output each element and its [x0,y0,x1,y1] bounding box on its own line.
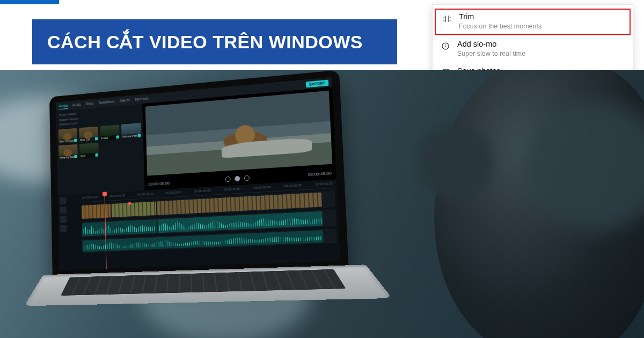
next-button[interactable] [244,175,250,181]
laptop: Media Audio Titles Transitions Effects E… [49,70,392,330]
media-thumb[interactable]: National Park Wide [121,123,141,139]
menu-title: Trim [459,12,624,21]
tab-titles[interactable]: Titles [85,100,93,107]
menu-item-trim[interactable]: Trim Focus on the best moments [434,8,631,35]
media-thumb[interactable]: Sleeping Bear [58,144,78,160]
menu-item-slomo[interactable]: Add slo-mo Super slow to real time [433,35,633,63]
tab-transitions[interactable]: Transitions [98,99,115,106]
timeline-panel[interactable]: 00:00:00.00 00:00:05.00 00:00:10.00 00:0… [57,179,340,270]
media-thumb[interactable]: Bear Cub [79,126,98,142]
tool-button[interactable] [60,197,67,205]
media-thumb[interactable]: Bear Closeup [58,128,78,144]
accent-strip [0,0,59,4]
timeline-tools [60,196,81,268]
prev-button[interactable] [225,177,230,182]
audio-clip[interactable] [82,219,157,237]
video-editor: Media Audio Titles Transitions Effects E… [56,77,340,270]
clip[interactable] [112,201,157,217]
tool-button[interactable] [60,225,67,232]
page-title: CÁCH CẮT VIDEO TRÊN WINDOWS [47,32,363,52]
menu-title: Add slo-mo [457,40,625,49]
trim-icon [442,13,452,24]
menu-desc: Focus on the best moments [459,22,624,31]
tab-elements[interactable]: Elements [135,95,149,103]
menu-desc: Super slow to real time [457,49,625,58]
tab-audio[interactable]: Audio [72,101,81,108]
page-title-banner: CÁCH CẮT VIDEO TRÊN WINDOWS [32,19,397,64]
time-total: 00:00:48.00 [308,171,332,177]
tool-button[interactable] [60,216,67,223]
play-button[interactable] [235,176,240,182]
media-panel: Project Media Sample Videos Sample Color… [56,104,145,195]
media-thumb[interactable]: Wolf [79,143,99,158]
time-current: 00:00:06.06 [149,180,170,186]
preview-panel: 00:00:06.06 00:00:48.00 [142,87,336,190]
laptop-screen: Media Audio Titles Transitions Effects E… [49,70,349,278]
tab-media[interactable]: Media [59,103,68,110]
media-thumb[interactable]: Forest [100,124,120,140]
hero-scene: Media Audio Titles Transitions Effects E… [0,70,644,338]
preview-frame [145,91,332,176]
slomo-icon [440,41,451,52]
export-button[interactable]: EXPORT [306,79,328,87]
tab-effects[interactable]: Effects [119,97,130,104]
clip[interactable] [82,204,111,219]
tool-button[interactable] [60,207,67,214]
